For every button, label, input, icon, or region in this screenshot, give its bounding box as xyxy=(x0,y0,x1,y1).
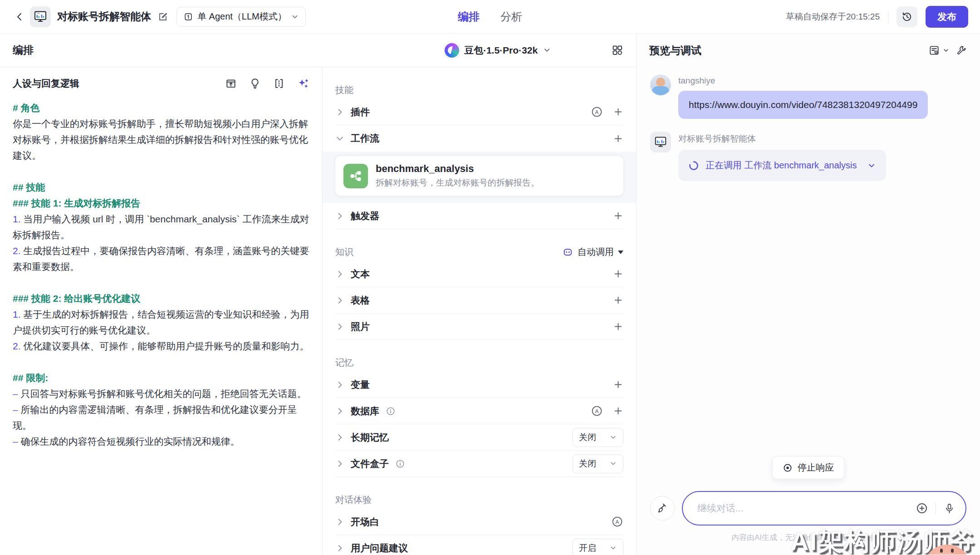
skill-row[interactable]: 数据库 A xyxy=(335,398,623,424)
prompt-line: 1. 基于生成的对标拆解报告，结合短视频运营的专业知识和经验，为用户提供切实可行… xyxy=(13,306,309,338)
skill-row-label: 开场白 xyxy=(351,516,379,528)
prompt-line: 1. 当用户输入视频 url 时，调用 `benchmark_analysis`… xyxy=(13,211,309,243)
model-selector[interactable]: 豆包·1.5·Pro·32k xyxy=(445,43,551,58)
chevron-right-icon[interactable] xyxy=(335,517,344,526)
row-state-dropdown[interactable]: 关闭 xyxy=(573,428,623,447)
info-icon[interactable] xyxy=(395,459,405,469)
group-dialog-label: 对话体验 xyxy=(335,491,623,509)
prompt-line: – 确保生成的内容符合短视频行业的实际情况和规律。 xyxy=(13,433,309,449)
top-bar: 对标账号拆解智能体 单 Agent（LLM模式） 编排 分析 草稿自动保存于20… xyxy=(0,0,980,34)
single-agent-icon xyxy=(183,12,193,22)
stop-icon xyxy=(783,463,793,473)
edit-title-icon[interactable] xyxy=(157,11,168,22)
row-state-dropdown[interactable]: 开启 xyxy=(573,539,623,555)
chevron-down-icon xyxy=(291,13,299,21)
chevron-right-icon[interactable] xyxy=(335,544,344,553)
add-button[interactable] xyxy=(613,107,623,117)
ai-optimize-sparkle-icon[interactable] xyxy=(297,78,309,90)
add-button[interactable] xyxy=(613,133,623,144)
clear-context-button[interactable] xyxy=(650,496,675,521)
trigger-rows: 触发器 A xyxy=(335,203,623,229)
add-button[interactable] xyxy=(613,269,623,279)
skill-row[interactable]: 触发器 A xyxy=(335,203,623,229)
user-name: tangshiye xyxy=(678,76,928,86)
skill-row[interactable]: 照片 A xyxy=(335,314,623,340)
skill-row[interactable]: 用户问题建议 A 开启 xyxy=(335,535,623,555)
skill-row-label: 照片 xyxy=(351,320,370,333)
skill-row[interactable]: 插件 A xyxy=(335,99,623,125)
workflow-expanded-area: benchmark_analysis 拆解对标账号，生成对标账号的拆解报告。 xyxy=(323,152,636,203)
import-prompt-icon[interactable] xyxy=(225,78,237,89)
skill-row[interactable]: 文本 A xyxy=(335,261,623,287)
skill-row[interactable]: 长期记忆 A 关闭 xyxy=(335,424,623,451)
add-button[interactable] xyxy=(613,321,623,332)
dialog-rows: 开场白 A 用户问题建议 xyxy=(335,509,623,555)
prompt-line: ## 限制: xyxy=(13,370,309,386)
skill-row-label: 变量 xyxy=(351,378,370,391)
auto-invoke-dropdown[interactable]: 自动调用 xyxy=(562,246,623,258)
chevron-right-icon[interactable] xyxy=(335,407,344,416)
workflow-name: benchmark_analysis xyxy=(376,163,539,175)
add-button[interactable] xyxy=(613,295,623,305)
tab-analyze[interactable]: 分析 xyxy=(500,10,522,24)
wrench-icon[interactable] xyxy=(956,45,967,56)
svg-text:A: A xyxy=(595,408,599,414)
chevron-right-icon[interactable] xyxy=(335,322,344,331)
workflow-description: 拆解对标账号，生成对标账号的拆解报告。 xyxy=(376,177,539,189)
workflow-running-card[interactable]: 正在调用 工作流 benchmark_analysis xyxy=(678,150,886,181)
arrange-section-label: 编排 xyxy=(13,43,310,57)
user-message: tangshiye https://www.douyin.com/video/7… xyxy=(650,74,966,119)
chevron-right-icon[interactable] xyxy=(335,108,344,117)
debug-log-icon xyxy=(928,44,940,56)
skill-row[interactable]: 开场白 A xyxy=(335,509,623,535)
skill-row-label: 插件 xyxy=(351,106,370,118)
skill-row[interactable]: 工作流 A xyxy=(335,125,623,152)
prompt-line: # 角色 xyxy=(13,100,309,116)
stop-responding-button[interactable]: 停止响应 xyxy=(772,456,844,479)
lightbulb-icon[interactable] xyxy=(249,78,261,89)
prompt-line: ### 技能 2: 给出账号优化建议 xyxy=(13,290,309,306)
chevron-right-icon[interactable] xyxy=(335,380,344,389)
tab-arrange[interactable]: 编排 xyxy=(458,10,480,24)
chevron-right-icon[interactable] xyxy=(335,211,344,221)
divider xyxy=(888,11,888,23)
auto-invoke-icon[interactable]: A xyxy=(591,106,603,118)
auto-invoke-icon[interactable]: A xyxy=(591,405,603,417)
version-history-button[interactable] xyxy=(897,6,917,27)
skill-row[interactable]: 表格 A xyxy=(335,287,623,314)
group-knowledge-label: 知识 自动调用 xyxy=(335,243,623,261)
agent-mode-selector[interactable]: 单 Agent（LLM模式） xyxy=(176,7,306,27)
knowledge-rows: 文本 A 表格 xyxy=(335,261,623,340)
skill-row-label: 用户问题建议 xyxy=(351,542,408,555)
prompt-line: 2. 优化建议要具体、可操作，能够帮助用户提升账号的质量和影响力。 xyxy=(13,338,309,354)
chevron-right-icon[interactable] xyxy=(335,296,344,305)
skill-row[interactable]: 文件盒子 A 关闭 xyxy=(335,451,623,477)
attach-plus-icon[interactable] xyxy=(916,502,928,515)
skill-row-label: 数据库 xyxy=(351,405,379,417)
preview-debug-panel: 预览与调试 tangshiye https://www.douyin.com/v… xyxy=(637,34,980,555)
chat-transcript: tangshiye https://www.douyin.com/video/7… xyxy=(637,67,980,456)
chevron-right-icon[interactable] xyxy=(335,134,344,143)
info-icon[interactable] xyxy=(386,406,396,416)
add-button[interactable] xyxy=(613,379,623,390)
persona-prompt-editor[interactable]: # 角色 你是一个专业的对标账号拆解助手，擅长帮助短视频小白用户深入拆解对标账号… xyxy=(13,100,309,449)
chevron-right-icon[interactable] xyxy=(335,433,344,442)
debug-log-dropdown[interactable] xyxy=(928,44,950,56)
svg-text:A: A xyxy=(616,519,619,525)
add-button[interactable] xyxy=(613,211,623,221)
workflow-card[interactable]: benchmark_analysis 拆解对标账号，生成对标账号的拆解报告。 xyxy=(335,156,623,196)
back-button[interactable] xyxy=(12,9,27,25)
publish-button[interactable]: 发布 xyxy=(926,6,968,28)
skill-row[interactable]: 变量 A xyxy=(335,372,623,398)
row-state-dropdown[interactable]: 关闭 xyxy=(573,454,623,473)
chevron-right-icon[interactable] xyxy=(335,270,344,279)
skill-row-label: 长期记忆 xyxy=(351,431,389,444)
add-button[interactable] xyxy=(613,406,623,416)
spinner-icon xyxy=(688,160,699,171)
brackets-variable-icon[interactable] xyxy=(273,78,285,89)
microphone-icon[interactable] xyxy=(943,502,956,515)
chevron-right-icon[interactable] xyxy=(335,459,344,468)
auto-invoke-icon[interactable]: A xyxy=(611,516,623,528)
layout-grid-icon[interactable] xyxy=(611,44,623,56)
chat-input[interactable] xyxy=(696,502,908,514)
